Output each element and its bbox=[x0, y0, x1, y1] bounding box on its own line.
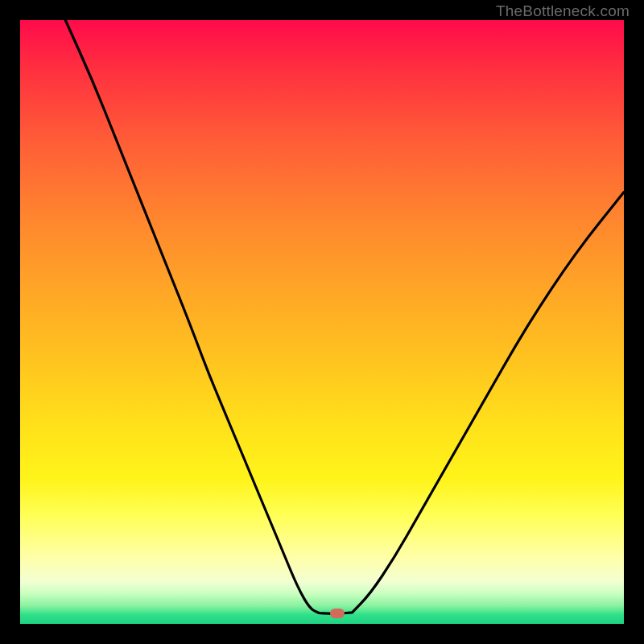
optimum-marker bbox=[330, 609, 345, 618]
plot-area bbox=[20, 20, 624, 624]
chart-frame: TheBottleneck.com bbox=[0, 0, 644, 644]
watermark-text: TheBottleneck.com bbox=[496, 2, 630, 20]
bottleneck-curve bbox=[20, 20, 624, 624]
curve-path bbox=[65, 20, 624, 613]
